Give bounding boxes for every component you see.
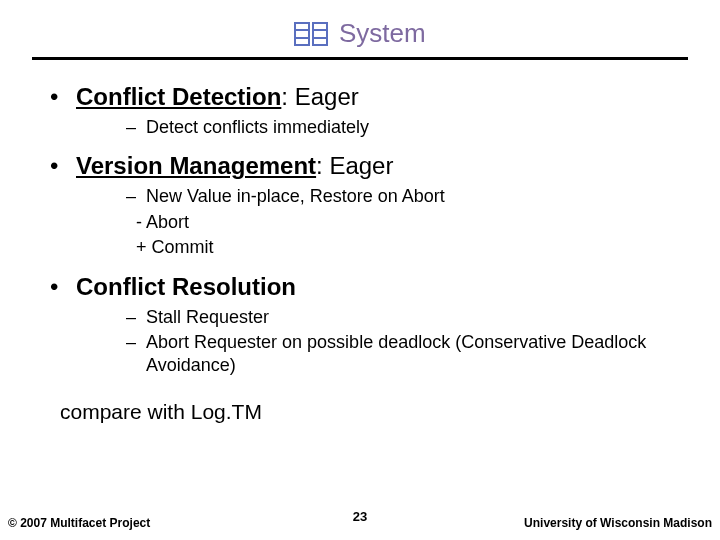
sub-item: New Value in-place, Restore on Abort: [76, 185, 680, 208]
bullet-item: Conflict Resolution Stall Requester Abor…: [40, 272, 680, 378]
sub-item: Abort Requester on possible deadlock (Co…: [76, 331, 680, 378]
bullet-item: Version Management: Eager New Value in-p…: [40, 151, 680, 259]
sub-list: Stall Requester Abort Requester on possi…: [76, 306, 680, 378]
sub-item: - Abort: [76, 211, 680, 234]
title-row: System: [0, 0, 720, 49]
slide-body: Conflict Detection: Eager Detect conflic…: [0, 60, 720, 424]
bullet-rest: : Eager: [281, 83, 358, 110]
sub-item: + Commit: [76, 236, 680, 259]
bullet-item: Conflict Detection: Eager Detect conflic…: [40, 82, 680, 139]
sub-item: Stall Requester: [76, 306, 680, 329]
slide-title: System: [339, 18, 426, 48]
svg-rect-0: [295, 23, 309, 45]
bullet-strong: Conflict Detection: [76, 83, 281, 110]
bullet-list: Conflict Detection: Eager Detect conflic…: [40, 82, 680, 378]
bullet-strong: Version Management: [76, 152, 316, 179]
slide: System Conflict Detection: Eager Detect …: [0, 0, 720, 540]
bullet-rest: : Eager: [316, 152, 393, 179]
sub-item: Detect conflicts immediately: [76, 116, 680, 139]
footer-right: University of Wisconsin Madison: [524, 516, 712, 530]
sub-list: Detect conflicts immediately: [76, 116, 680, 139]
ee-logo-icon: [294, 22, 328, 46]
compare-note: compare with Log.TM: [40, 400, 680, 424]
bullet-strong: Conflict Resolution: [76, 273, 296, 300]
sub-list: New Value in-place, Restore on Abort - A…: [76, 185, 680, 259]
svg-rect-3: [313, 23, 327, 45]
